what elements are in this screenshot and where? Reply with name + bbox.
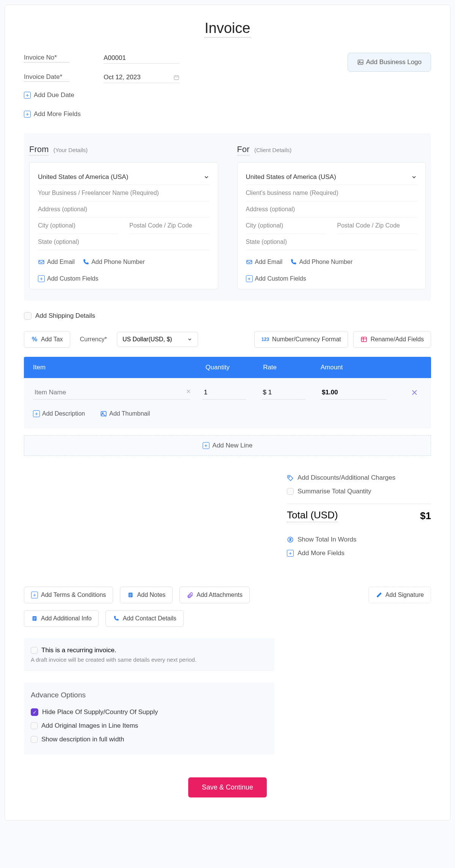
checkbox[interactable] xyxy=(287,488,294,495)
add-new-line-button[interactable]: + Add New Line xyxy=(24,435,431,456)
add-terms-button[interactable]: + Add Terms & Conditions xyxy=(24,587,113,603)
dollar-circle-icon xyxy=(287,536,294,543)
notes-icon xyxy=(31,615,38,622)
svg-rect-12 xyxy=(129,595,132,595)
svg-rect-11 xyxy=(129,594,132,594)
add-contact-details-button[interactable]: Add Contact Details xyxy=(105,610,183,627)
number-format-button[interactable]: 123 Number/Currency Format xyxy=(254,331,348,348)
line-item-row: ✕ $1.00 ✕ xyxy=(33,386,422,400)
add-more-fields-button[interactable]: + Add More Fields xyxy=(24,110,348,118)
invoice-page: Invoice Invoice No* Invoice Date* + Add … xyxy=(5,5,450,821)
save-continue-button[interactable]: Save & Continue xyxy=(188,777,267,797)
from-add-custom-button[interactable]: + Add Custom Fields xyxy=(38,275,98,282)
image-icon xyxy=(357,59,364,66)
advance-opt-full-width-desc[interactable]: Show description in full width xyxy=(31,733,268,746)
item-name-input[interactable] xyxy=(33,386,190,400)
amount-value: $1.00 xyxy=(320,386,386,400)
svg-rect-17 xyxy=(33,620,35,620)
total-value: $1 xyxy=(420,510,431,522)
for-name-input[interactable] xyxy=(246,185,417,201)
pen-icon xyxy=(376,592,383,598)
advance-options-box: Advance Options ✓ Hide Place Of Supply/C… xyxy=(24,683,274,755)
svg-rect-15 xyxy=(33,617,36,618)
from-party: From (Your Details) United States of Ame… xyxy=(29,144,218,289)
remove-line-button[interactable]: ✕ xyxy=(407,388,422,398)
total-label: Total (USD) xyxy=(287,509,338,522)
clear-icon[interactable]: ✕ xyxy=(186,388,191,395)
from-add-email-button[interactable]: Add Email xyxy=(38,259,75,265)
checkbox[interactable] xyxy=(31,722,38,729)
image-icon xyxy=(100,410,107,417)
qty-input[interactable] xyxy=(202,386,246,400)
add-signature-button[interactable]: Add Signature xyxy=(368,587,431,603)
svg-point-8 xyxy=(289,477,290,477)
checkbox[interactable] xyxy=(31,736,38,743)
totals-section: Add Discounts/Additional Charges Summari… xyxy=(24,471,431,560)
th-item: Item xyxy=(33,364,206,371)
advance-opt-hide-place[interactable]: ✓ Hide Place Of Supply/Country Of Supply xyxy=(31,705,268,719)
add-discounts-button[interactable]: Add Discounts/Additional Charges xyxy=(287,471,431,485)
recurring-label: This is a recurring invoice. xyxy=(41,647,116,654)
for-postal-input[interactable] xyxy=(337,218,417,234)
phone-icon xyxy=(82,259,89,265)
totals-add-more-button[interactable]: + Add More Fields xyxy=(287,546,431,560)
mail-icon xyxy=(246,259,253,265)
currency-select[interactable]: US Dollar(USD, $) xyxy=(117,332,198,347)
for-address-input[interactable] xyxy=(246,201,417,218)
chevron-down-icon xyxy=(411,174,417,180)
for-party: For (Client Details) United States of Am… xyxy=(237,144,426,289)
add-thumbnail-button[interactable]: Add Thumbnail xyxy=(100,410,150,417)
shipping-toggle-row[interactable]: Add Shipping Details xyxy=(24,312,431,320)
from-state-input[interactable] xyxy=(38,234,209,250)
svg-rect-6 xyxy=(101,411,106,416)
recurring-subtext: A draft invoice will be created with sam… xyxy=(31,656,268,663)
th-qty: Quantity xyxy=(206,364,263,371)
from-city-input[interactable] xyxy=(38,218,118,234)
from-name-input[interactable] xyxy=(38,185,209,201)
plus-icon: + xyxy=(246,275,253,282)
from-address-input[interactable] xyxy=(38,201,209,218)
currency-label: Currency* xyxy=(80,336,107,343)
rename-fields-button[interactable]: Rename/Add Fields xyxy=(353,331,431,348)
for-state-input[interactable] xyxy=(246,234,417,250)
for-heading: For xyxy=(237,144,250,155)
from-country-select[interactable]: United States of America (USA) xyxy=(38,170,209,185)
checkbox[interactable] xyxy=(24,312,31,320)
invoice-no-input[interactable] xyxy=(104,53,179,64)
toolbar: % Add Tax Currency* US Dollar(USD, $) 12… xyxy=(24,331,431,348)
add-attachments-button[interactable]: Add Attachments xyxy=(179,587,250,603)
plus-icon: + xyxy=(38,275,45,282)
recurring-checkbox[interactable] xyxy=(31,647,38,654)
calendar-icon[interactable] xyxy=(173,74,179,80)
add-notes-button[interactable]: Add Notes xyxy=(120,587,173,603)
rate-input[interactable] xyxy=(261,386,305,400)
for-add-phone-button[interactable]: Add Phone Number xyxy=(290,259,353,265)
from-postal-input[interactable] xyxy=(129,218,209,234)
invoice-date-label: Invoice Date* xyxy=(24,73,69,82)
for-add-email-button[interactable]: Add Email xyxy=(246,259,283,265)
header-grid: Invoice No* Invoice Date* + Add Due Date… xyxy=(24,53,431,118)
add-tax-button[interactable]: % Add Tax xyxy=(24,331,70,348)
summarise-toggle[interactable]: Summarise Total Quantity xyxy=(287,485,431,498)
parties-section: From (Your Details) United States of Ame… xyxy=(24,133,431,301)
from-add-phone-button[interactable]: Add Phone Number xyxy=(82,259,145,265)
checkbox-checked[interactable]: ✓ xyxy=(31,708,38,716)
notes-icon xyxy=(127,592,134,598)
svg-rect-16 xyxy=(33,618,36,619)
advance-opt-original-images[interactable]: Add Original Images in Line Items xyxy=(31,719,268,733)
svg-rect-5 xyxy=(362,337,367,342)
for-city-input[interactable] xyxy=(246,218,326,234)
for-country-select[interactable]: United States of America (USA) xyxy=(246,170,417,185)
add-due-date-button[interactable]: + Add Due Date xyxy=(24,91,348,99)
for-add-custom-button[interactable]: + Add Custom Fields xyxy=(246,275,306,282)
add-additional-info-button[interactable]: Add Additional Info xyxy=(24,610,99,627)
add-logo-button[interactable]: Add Business Logo xyxy=(348,53,431,72)
add-description-button[interactable]: + Add Description xyxy=(33,410,85,417)
show-total-words-button[interactable]: Show Total In Words xyxy=(287,533,431,546)
invoice-no-label: Invoice No* xyxy=(24,54,69,63)
th-rate: Rate xyxy=(263,364,321,371)
th-amount: Amount xyxy=(321,364,407,371)
plus-icon: + xyxy=(33,410,40,417)
extras-grid: + Add Terms & Conditions Add Notes Add A… xyxy=(24,587,431,603)
invoice-date-input[interactable] xyxy=(104,72,164,83)
